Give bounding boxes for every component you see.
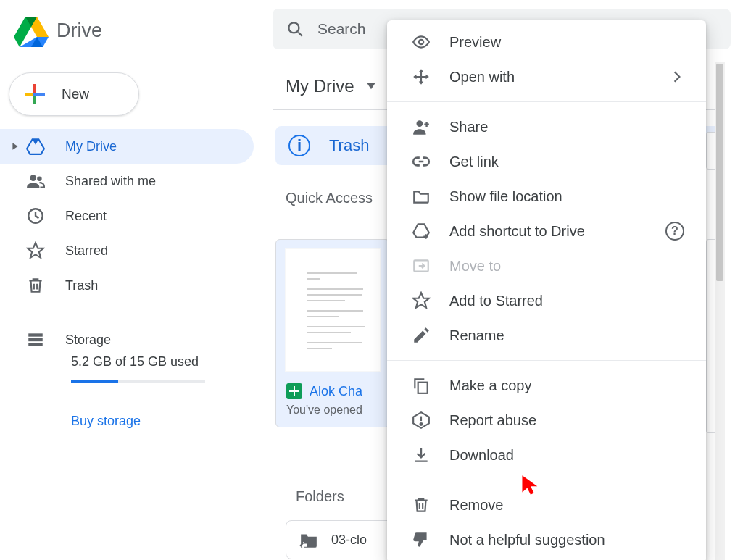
card-peek: [706, 132, 715, 170]
scroll-thumb[interactable]: [716, 64, 723, 281]
banner-text: Trash: [329, 136, 369, 155]
ctx-divider: [387, 480, 706, 480]
ctx-label: Add shortcut to Drive: [449, 223, 585, 240]
sidebar-item-label: Starred: [65, 243, 108, 259]
move-arrows-icon: [412, 67, 449, 86]
ctx-rename[interactable]: Rename: [387, 318, 706, 353]
ctx-open-with[interactable]: Open with: [387, 59, 706, 94]
svg-line-7: [298, 32, 302, 35]
svg-rect-30: [418, 383, 428, 393]
ctx-divider: [387, 101, 706, 102]
ctx-label: Open with: [449, 69, 515, 85]
search-icon: [286, 20, 304, 38]
svg-point-16: [30, 175, 36, 181]
ctx-label: Share: [449, 119, 488, 135]
svg-point-6: [288, 22, 299, 33]
buy-storage-link[interactable]: Buy storage: [0, 414, 273, 429]
ctx-label: Report abuse: [449, 412, 536, 429]
folder-shortcut-icon: [299, 532, 318, 548]
ctx-label: Show file location: [449, 188, 562, 205]
sidebar-item-label: Recent: [65, 209, 107, 224]
ctx-label: Preview: [449, 34, 501, 51]
ctx-label: Make a copy: [449, 377, 531, 394]
new-button-label: New: [62, 86, 89, 102]
sidebar-item-starred[interactable]: Starred: [0, 233, 254, 268]
ctx-make-copy[interactable]: Make a copy: [387, 368, 706, 403]
svg-rect-11: [36, 93, 45, 96]
sidebar-item-label: Shared with me: [65, 174, 156, 189]
svg-point-33: [420, 423, 423, 425]
ctx-divider: [387, 360, 706, 361]
drive-logo-icon: [13, 15, 49, 47]
svg-rect-8: [33, 84, 36, 93]
expand-caret-icon[interactable]: [6, 142, 25, 151]
help-icon[interactable]: ?: [665, 222, 684, 241]
link-icon: [412, 152, 449, 171]
svg-marker-19: [28, 243, 43, 258]
shared-icon: [25, 172, 65, 191]
sidebar-item-label: My Drive: [65, 139, 117, 154]
storage-usage-text: 5.2 GB of 15 GB used: [0, 354, 273, 369]
star-icon: [25, 241, 65, 260]
ctx-label: Not a helpful suggestion: [449, 532, 605, 548]
app-name: Drive: [57, 20, 102, 42]
sidebar-item-recent[interactable]: Recent: [0, 198, 254, 233]
sidebar-item-shared[interactable]: Shared with me: [0, 164, 254, 198]
trash-icon: [25, 276, 65, 295]
file-thumbnail: [285, 248, 381, 372]
folder-chip-label: 03-clo: [331, 532, 367, 548]
ctx-share[interactable]: Share: [387, 109, 706, 144]
ctx-label: Add to Starred: [449, 293, 543, 309]
folders-heading: Folders: [296, 488, 344, 505]
scrollbar[interactable]: [715, 62, 725, 560]
ctx-get-link[interactable]: Get link: [387, 144, 706, 179]
folder-chip[interactable]: 03-clo: [286, 520, 402, 559]
ctx-report-abuse[interactable]: Report abuse: [387, 403, 706, 438]
sidebar: New My Drive Shared with me: [0, 62, 273, 560]
trash-icon: [412, 496, 449, 514]
ctx-add-starred[interactable]: Add to Starred: [387, 283, 706, 318]
svg-rect-12: [33, 93, 36, 96]
storage-fill: [71, 380, 118, 383]
storage-icon: [25, 330, 65, 349]
svg-rect-21: [28, 338, 43, 341]
ctx-download[interactable]: Download: [387, 438, 706, 472]
download-icon: [412, 446, 449, 464]
new-button[interactable]: New: [9, 72, 139, 116]
alert-icon: [412, 411, 449, 430]
svg-point-26: [417, 120, 423, 127]
sheets-icon: [286, 383, 302, 399]
chevron-down-icon[interactable]: [366, 81, 376, 91]
ctx-remove[interactable]: Remove: [387, 488, 706, 522]
qa-card-title: Alok Cha: [310, 384, 362, 399]
ctx-label: Rename: [449, 327, 504, 344]
ctx-show-location[interactable]: Show file location: [387, 179, 706, 214]
svg-marker-23: [367, 83, 375, 88]
qa-card-subtitle: You've opened: [276, 404, 389, 427]
logo-block[interactable]: Drive: [13, 15, 273, 47]
cursor-pointer-icon: [520, 474, 541, 496]
person-add-icon: [412, 117, 449, 136]
copy-icon: [412, 376, 449, 395]
card-peek: [706, 239, 715, 433]
ctx-label: Move to: [449, 258, 501, 275]
folder-icon: [412, 187, 449, 206]
eye-icon: [412, 33, 449, 51]
storage-bar: [71, 380, 205, 383]
ctx-add-shortcut[interactable]: Add shortcut to Drive ?: [387, 214, 706, 248]
ctx-not-helpful[interactable]: Not a helpful suggestion: [387, 522, 706, 557]
sidebar-item-storage[interactable]: Storage: [0, 322, 254, 357]
quick-access-card[interactable]: Alok Cha You've opened: [275, 239, 390, 427]
move-to-icon: [412, 256, 449, 275]
sidebar-item-label: Storage: [65, 333, 111, 348]
ctx-label: Download: [449, 447, 514, 464]
ctx-preview[interactable]: Preview: [387, 25, 706, 59]
star-icon: [412, 291, 449, 310]
sidebar-item-my-drive[interactable]: My Drive: [0, 129, 254, 164]
plus-icon: [22, 82, 47, 106]
breadcrumb-label: My Drive: [286, 76, 354, 96]
sidebar-item-trash[interactable]: Trash: [0, 268, 254, 303]
svg-rect-9: [33, 96, 36, 104]
ctx-label: Remove: [449, 497, 503, 514]
svg-rect-20: [28, 333, 43, 336]
